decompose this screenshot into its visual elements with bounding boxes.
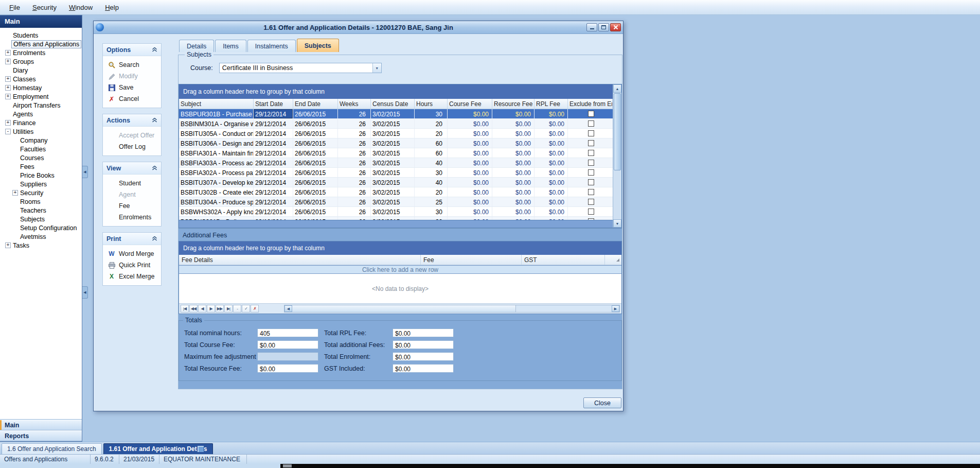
fees-horizontal-scrollbar[interactable]: ◀ ▶ — [284, 305, 620, 313]
column-header[interactable]: Fee Details — [179, 255, 421, 265]
table-row[interactable]: BSBITU305A - Conduct online 29/12/2014 2… — [179, 129, 613, 138]
sidebar-item[interactable]: Rooms — [0, 197, 82, 206]
table-row[interactable]: BSBFIA303A - Process accoun 29/12/2014 2… — [179, 158, 613, 168]
course-dropdown[interactable]: Certificate III in Business ▼ — [219, 63, 382, 73]
totals-field-value[interactable] — [257, 352, 318, 361]
window-tab[interactable]: 1.6 Offer and Application Search — [2, 443, 102, 454]
exclude-checkbox[interactable] — [588, 160, 594, 166]
exclude-checkbox[interactable] — [588, 169, 594, 176]
sidebar-item[interactable]: + Security — [0, 188, 82, 197]
table-row[interactable]: BSBITU306A - Design and prod 29/12/2014 … — [179, 138, 613, 148]
navigator-button[interactable]: ▶| — [224, 305, 233, 313]
sidebar-item[interactable]: Fees — [0, 162, 82, 171]
column-header[interactable]: Exclude from Enr — [568, 99, 613, 109]
scrollbar-thumb[interactable] — [292, 305, 516, 312]
exclude-checkbox[interactable] — [588, 130, 594, 136]
sidebar-item[interactable]: Offers and Applications — [0, 40, 82, 48]
save-button[interactable]: Save — [108, 82, 161, 93]
column-header[interactable]: Resource Fee — [492, 99, 534, 109]
cancel-button[interactable]: ✗ Cancel — [108, 93, 161, 105]
search-button[interactable]: Search — [108, 59, 161, 71]
navigator-button[interactable]: |◀ — [181, 305, 189, 313]
view-student-button[interactable]: Student — [108, 178, 161, 189]
sidebar-item[interactable]: Students — [0, 31, 82, 40]
totals-field-value[interactable]: $0.00 — [393, 364, 454, 373]
tree-expander-icon[interactable]: - — [5, 129, 11, 134]
table-row[interactable]: BSBWHS302A - Apply knowled 29/12/2014 26… — [179, 207, 613, 217]
tree-expander-icon[interactable]: + — [5, 59, 11, 64]
column-header[interactable]: End Date — [293, 99, 338, 109]
sidebar-item[interactable]: + Homestay — [0, 83, 82, 92]
sidebar-item[interactable]: + Groups — [0, 57, 82, 66]
tree-expander-icon[interactable]: + — [5, 50, 11, 56]
totals-field-value[interactable]: $0.00 — [393, 328, 454, 337]
sidebar-item[interactable]: Courses — [0, 153, 82, 162]
navigator-button[interactable]: ▶▶ — [216, 305, 224, 313]
sidebar-item[interactable]: Price Books — [0, 171, 82, 180]
exclude-checkbox[interactable] — [588, 111, 594, 117]
table-row[interactable]: BSBFIA301A - Maintain financi 29/12/2014… — [179, 148, 613, 158]
sidebar-footer-button[interactable]: Main — [0, 420, 82, 430]
sidebar-item[interactable]: - Utilities — [0, 127, 82, 136]
add-new-row-hint[interactable]: Click here to add a new row — [179, 265, 621, 274]
scrollbar-thumb[interactable] — [614, 93, 621, 170]
tree-expander-icon[interactable]: + — [5, 85, 11, 91]
maximize-button[interactable] — [598, 23, 609, 31]
exclude-checkbox[interactable] — [588, 179, 594, 185]
menu-item[interactable]: Window — [63, 0, 99, 14]
print-panel-header[interactable]: Print — [103, 233, 161, 245]
dialog-titlebar[interactable]: 1.61 Offer and Application Details - 120… — [94, 21, 623, 34]
scroll-up-button[interactable]: ▲ — [613, 84, 621, 93]
column-header[interactable]: Hours — [415, 99, 448, 109]
sidebar-item[interactable]: Faculties — [0, 145, 82, 153]
totals-field-value[interactable]: $0.00 — [393, 352, 454, 361]
column-header[interactable]: Census Date — [371, 99, 415, 109]
navigator-button[interactable]: ◀ — [198, 305, 206, 313]
sidebar-item[interactable]: Suppliers — [0, 180, 82, 188]
tree-expander-icon[interactable]: + — [5, 94, 11, 99]
table-row[interactable]: BSBITU307A - Develop keyboa 29/12/2014 2… — [179, 178, 613, 187]
window-list-icon[interactable] — [197, 445, 204, 453]
sidebar-item[interactable]: + Finance — [0, 118, 82, 127]
grid-vertical-scrollbar[interactable]: ▲ ▼ — [613, 84, 621, 228]
excel-merge-button[interactable]: X Excel Merge — [108, 271, 161, 282]
sidebar-item[interactable]: + Tasks — [0, 241, 82, 250]
sidebar-item[interactable]: Teachers — [0, 206, 82, 215]
view-panel-header[interactable]: View — [103, 162, 161, 175]
scroll-down-button[interactable]: ▼ — [613, 219, 621, 228]
sidebar-item[interactable]: Avetmiss — [0, 232, 82, 241]
navigator-button[interactable]: - — [233, 305, 241, 313]
dropdown-arrow-icon[interactable]: ▼ — [372, 63, 381, 73]
column-header[interactable]: GST — [522, 255, 605, 265]
actions-panel-header[interactable]: Actions — [103, 114, 161, 127]
sidebar-item[interactable]: Setup Configuration — [0, 223, 82, 232]
grid-groupby-bar[interactable]: Drag a column header here to group by th… — [179, 84, 613, 99]
totals-field-value[interactable]: $0.00 — [257, 340, 318, 349]
tab[interactable]: Subjects — [297, 39, 339, 52]
menu-item[interactable]: Help — [99, 0, 125, 14]
options-panel-header[interactable]: Options — [103, 44, 161, 56]
view-enrolments-button[interactable]: Enrolments — [108, 212, 161, 223]
fees-groupby-bar[interactable]: Drag a column header here to group by th… — [179, 241, 621, 255]
word-merge-button[interactable]: W Word Merge — [108, 248, 161, 259]
totals-field-value[interactable]: $0.00 — [257, 364, 318, 373]
exclude-checkbox[interactable] — [588, 140, 594, 146]
column-header[interactable]: Subject — [179, 99, 254, 109]
header-customize-icon[interactable] — [605, 255, 621, 265]
column-header[interactable]: RPL Fee — [534, 99, 568, 109]
scroll-left-button[interactable]: ◀ — [284, 305, 292, 312]
tab[interactable]: Details — [179, 40, 214, 52]
sidebar-collapse-arrow[interactable]: ◀ — [82, 286, 88, 299]
table-row[interactable]: BSBITU304A - Produce spread 29/12/2014 2… — [179, 197, 613, 207]
tab[interactable]: Items — [215, 40, 246, 52]
tab[interactable]: Instalments — [247, 40, 296, 52]
table-row[interactable]: BSBINM301A - Organise workpl 29/12/2014 … — [179, 119, 613, 129]
table-row[interactable]: BSBITU302B - Create electron 29/12/2014 … — [179, 187, 613, 197]
tree-expander-icon[interactable]: + — [5, 120, 11, 126]
tree-expander-icon[interactable]: + — [12, 190, 18, 196]
exclude-checkbox[interactable] — [588, 120, 594, 127]
sidebar-item[interactable]: Diary — [0, 66, 82, 75]
navigator-button[interactable]: ◀◀ — [189, 305, 198, 313]
table-row[interactable]: BSBPUR301B - Purchase goods 29/12/2014 2… — [179, 109, 613, 119]
close-button[interactable]: Close — [583, 397, 621, 408]
